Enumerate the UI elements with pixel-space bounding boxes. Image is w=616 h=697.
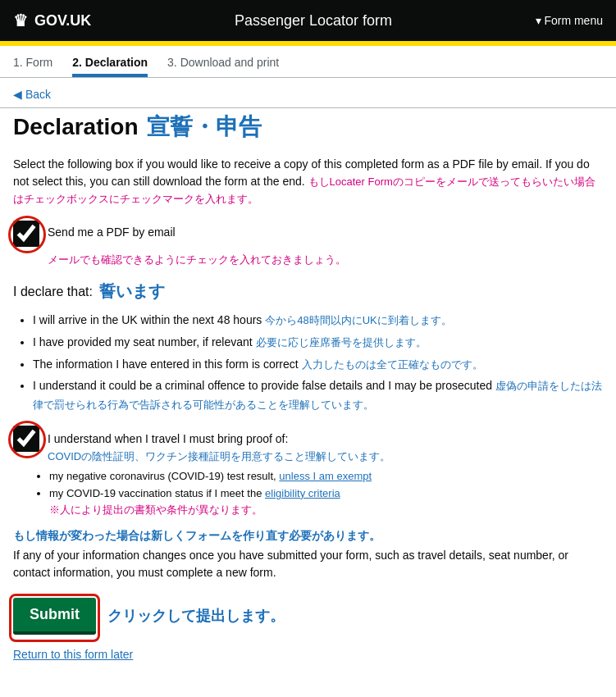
list-item: The information I have entered in this f… bbox=[33, 355, 603, 374]
header-title: Passenger Locator form bbox=[235, 12, 392, 30]
tab-download[interactable]: 3. Download and print bbox=[167, 56, 279, 77]
list-item: my COVID-19 vaccination status if I meet… bbox=[49, 485, 603, 503]
list-item: my negative coronavirus (COVID-19) test … bbox=[49, 468, 603, 485]
pdf-email-checkbox-wrapper bbox=[13, 221, 39, 249]
bullet-ja-3: 入力したものは全て正確なものです。 bbox=[302, 358, 483, 371]
bullet-en-1: I will arrive in the UK within the next … bbox=[33, 313, 262, 326]
declare-heading: I declare that: 誓います bbox=[13, 280, 603, 303]
unless-exempt-link[interactable]: unless I am exempt bbox=[279, 470, 372, 482]
covid-proof-label: I understand when I travel I must bring … bbox=[48, 426, 390, 465]
bullet-ja-2: 必要に応じ座席番号を提供します。 bbox=[256, 336, 427, 348]
bullet-ja-1: 今から48時間以内にUKに到着します。 bbox=[265, 314, 452, 326]
covid-sub-bullet-1-text: my negative coronavirus (COVID-19) test … bbox=[49, 470, 276, 482]
logo-text: GOV.UK bbox=[34, 12, 91, 30]
declare-prefix: I declare that: bbox=[13, 285, 93, 299]
crown-icon: ♛ bbox=[13, 11, 28, 30]
page-header: ♛ GOV.UK Passenger Locator form ▾ Form m… bbox=[0, 0, 616, 41]
pdf-email-row: Send me a PDF by email bbox=[13, 221, 603, 249]
covid-checkbox-wrapper bbox=[13, 426, 39, 454]
return-link[interactable]: Return to this form later bbox=[13, 648, 133, 661]
covid-proof-label-en: I understand when I travel I must bring … bbox=[48, 432, 288, 445]
page-title-ja: 宣誓・申告 bbox=[147, 112, 262, 143]
covid-proof-section: I understand when I travel I must bring … bbox=[13, 426, 603, 517]
info-changed-body-en: If any of your information changes once … bbox=[13, 547, 603, 581]
submit-hint-ja: クリックして提出します。 bbox=[107, 606, 285, 626]
list-item: I understand it could be a criminal offe… bbox=[33, 376, 603, 414]
bullet-en-3: The information I have entered in this f… bbox=[33, 358, 299, 371]
pdf-email-section: Send me a PDF by email メールでも確認できるようにチェック… bbox=[13, 221, 603, 267]
submit-section: Submit クリックして提出します。 bbox=[13, 598, 603, 635]
bullet-en-2: I have provided my seat number, if relev… bbox=[33, 335, 253, 348]
covid-sub-bullet-2-text: my COVID-19 vaccination status if I meet… bbox=[49, 487, 262, 499]
pdf-email-label[interactable]: Send me a PDF by email bbox=[48, 221, 176, 239]
description-en: Select the following box if you would li… bbox=[13, 156, 603, 207]
eligibility-criteria-link[interactable]: eligibility criteria bbox=[265, 487, 340, 499]
form-menu-button[interactable]: ▾ Form menu bbox=[536, 14, 603, 27]
back-link[interactable]: ◀ Back bbox=[0, 78, 616, 107]
covid-sub-hint-ja: ※人により提出の書類や条件が異なります。 bbox=[49, 503, 603, 517]
tab-declaration[interactable]: 2. Declaration bbox=[72, 56, 148, 77]
back-arrow-icon: ◀ bbox=[13, 88, 22, 101]
info-changed-title-ja: もし情報が変わった場合は新しくフォームを作り直す必要があります。 bbox=[13, 529, 603, 544]
main-content: Declaration 宣誓・申告 Select the following b… bbox=[0, 108, 616, 677]
page-title-en: Declaration bbox=[13, 114, 139, 140]
pdf-email-hint-ja: メールでも確認できるようにチェックを入れておきましょう。 bbox=[48, 253, 603, 267]
info-changed-section: もし情報が変わった場合は新しくフォームを作り直す必要があります。 If any … bbox=[13, 529, 603, 581]
declare-bullets: I will arrive in the UK within the next … bbox=[33, 311, 603, 414]
covid-proof-label-ja: COVIDの陰性証明、ワクチン接種証明を用意すること理解しています。 bbox=[48, 450, 390, 462]
list-item: I will arrive in the UK within the next … bbox=[33, 311, 603, 330]
bullet-en-4: I understand it could be a criminal offe… bbox=[33, 379, 492, 392]
list-item: I have provided my seat number, if relev… bbox=[33, 333, 603, 352]
pdf-email-checkbox[interactable] bbox=[13, 221, 39, 247]
covid-sub-bullets: my negative coronavirus (COVID-19) test … bbox=[49, 468, 603, 503]
submit-button-wrapper: Submit bbox=[13, 598, 96, 635]
covid-proof-row: I understand when I travel I must bring … bbox=[13, 426, 603, 465]
submit-button[interactable]: Submit bbox=[13, 598, 96, 635]
declare-heading-ja: 誓います bbox=[99, 280, 165, 303]
covid-proof-checkbox[interactable] bbox=[13, 426, 39, 452]
tab-form[interactable]: 1. Form bbox=[13, 56, 52, 77]
nav-tabs: 1. Form 2. Declaration 3. Download and p… bbox=[0, 46, 616, 78]
back-label: Back bbox=[25, 88, 51, 101]
gov-uk-logo: ♛ GOV.UK bbox=[13, 11, 91, 30]
page-title: Declaration 宣誓・申告 bbox=[13, 112, 603, 143]
